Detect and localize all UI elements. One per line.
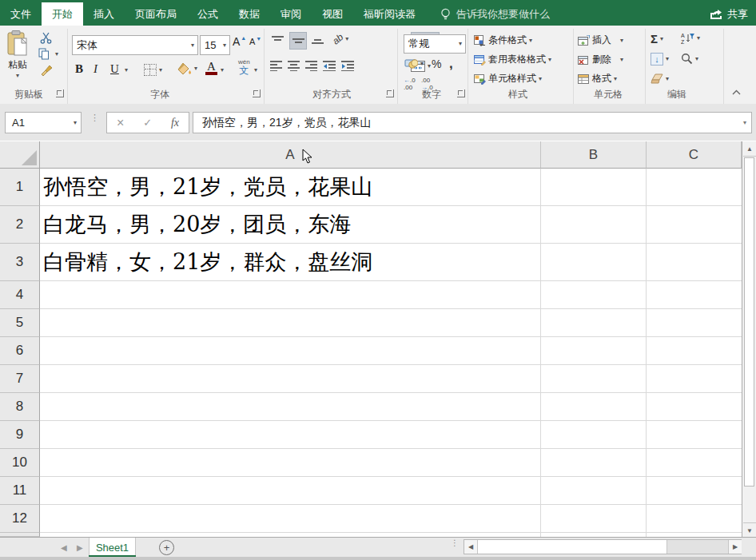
autosum-button[interactable]: Σ ▾ bbox=[651, 32, 663, 46]
format-cells-button[interactable]: 格式 ▾ bbox=[578, 72, 617, 85]
scroll-right-button[interactable]: ▶ bbox=[728, 540, 742, 554]
underline-dropdown-icon[interactable]: ▾ bbox=[125, 67, 128, 73]
empty-row[interactable] bbox=[40, 365, 742, 393]
insert-cells-button[interactable]: 插入 ▾ bbox=[578, 34, 623, 47]
vertical-scrollbar[interactable]: ▲ ▼ bbox=[742, 141, 756, 537]
row-header[interactable]: 9 bbox=[0, 421, 40, 449]
sort-filter-button[interactable]: AZ ▾ bbox=[681, 32, 700, 45]
row-header[interactable]: 5 bbox=[0, 309, 40, 337]
column-header-b[interactable]: B bbox=[541, 141, 647, 169]
find-select-button[interactable]: ▾ bbox=[681, 53, 698, 65]
tell-me-box[interactable]: 告诉我你想要做什么 bbox=[440, 2, 550, 26]
empty-row[interactable] bbox=[40, 505, 742, 533]
row-header[interactable]: 11 bbox=[0, 477, 40, 505]
row-header[interactable]: 3 bbox=[0, 244, 40, 281]
font-color-dropdown-icon[interactable]: ▾ bbox=[221, 67, 224, 73]
clear-button[interactable]: ▾ bbox=[651, 73, 669, 84]
empty-row[interactable] bbox=[40, 281, 742, 309]
cell-a1[interactable]: 孙悟空，男，21岁，党员，花果山 bbox=[40, 169, 742, 206]
select-all-corner[interactable] bbox=[0, 141, 40, 169]
alignment-dialog-launcher-icon[interactable] bbox=[386, 89, 394, 97]
font-name-combo[interactable]: 宋体 ▾ bbox=[72, 35, 198, 55]
borders-button[interactable]: ▾ bbox=[144, 64, 162, 76]
row-header[interactable]: 1 bbox=[0, 169, 40, 206]
number-format-combo[interactable]: 常规 ▾ bbox=[404, 34, 466, 54]
align-left-button[interactable] bbox=[270, 61, 282, 71]
tab-file[interactable]: 文件 bbox=[0, 2, 42, 26]
vertical-scroll-thumb[interactable] bbox=[744, 157, 754, 487]
horizontal-scroll-thumb[interactable] bbox=[478, 540, 667, 554]
center-button[interactable] bbox=[288, 61, 300, 71]
cancel-icon[interactable]: × bbox=[117, 116, 124, 130]
tab-data[interactable]: 数据 bbox=[229, 2, 270, 26]
cell-a2[interactable]: 白龙马，男，20岁，团员，东海 bbox=[40, 206, 742, 244]
format-as-table-button[interactable]: 套用表格格式 ▾ bbox=[474, 53, 551, 66]
font-color-button[interactable]: A bbox=[205, 61, 217, 75]
formula-input[interactable]: 孙悟空，男，21岁，党员，花果山 ▾ bbox=[193, 112, 752, 133]
sheet-nav-prev-icon[interactable]: ◀ bbox=[61, 543, 67, 552]
tab-insert[interactable]: 插入 bbox=[83, 2, 125, 26]
empty-row[interactable] bbox=[40, 421, 742, 449]
top-align-button[interactable] bbox=[272, 35, 284, 46]
scroll-up-button[interactable]: ▲ bbox=[743, 141, 756, 157]
share-button[interactable]: 共享 bbox=[710, 2, 748, 26]
formula-bar-splitter[interactable]: ⋮ bbox=[90, 115, 99, 120]
empty-row[interactable] bbox=[40, 477, 742, 505]
format-painter-button[interactable] bbox=[40, 64, 53, 76]
underline-button[interactable]: U bbox=[110, 62, 119, 76]
align-right-button[interactable] bbox=[305, 61, 317, 71]
column-header-a[interactable]: A bbox=[40, 141, 541, 169]
row-header[interactable]: 2 bbox=[0, 206, 40, 244]
sheet-nav-next-icon[interactable]: ▶ bbox=[77, 543, 83, 552]
cut-button[interactable] bbox=[40, 32, 52, 44]
phonetic-guide-button[interactable]: wén 文 bbox=[238, 59, 250, 76]
clipboard-dialog-launcher-icon[interactable] bbox=[56, 89, 64, 97]
cell-a3[interactable]: 白骨精，女，21岁，群众，盘丝洞 bbox=[40, 244, 742, 281]
sheet-tab-sheet1[interactable]: Sheet1 bbox=[89, 538, 136, 557]
orientation-button[interactable]: ab ▾ bbox=[332, 34, 348, 45]
column-header-c[interactable]: C bbox=[647, 141, 742, 169]
italic-button[interactable]: I bbox=[94, 62, 97, 76]
tab-page-layout[interactable]: 页面布局 bbox=[125, 2, 187, 26]
decrease-font-size-button[interactable]: A ▼ bbox=[249, 37, 263, 46]
name-box[interactable]: A1 ▾ bbox=[5, 112, 82, 133]
name-box-dropdown-icon[interactable]: ▾ bbox=[74, 120, 81, 126]
bold-button[interactable]: B bbox=[75, 62, 83, 76]
phonetic-dropdown-icon[interactable]: ▾ bbox=[254, 67, 257, 73]
number-dialog-launcher-icon[interactable] bbox=[457, 89, 465, 97]
fill-button[interactable]: ↓ ▾ bbox=[651, 53, 669, 66]
accounting-format-button[interactable]: ▾ bbox=[404, 58, 424, 70]
row-header[interactable]: 10 bbox=[0, 449, 40, 477]
row-header[interactable]: 4 bbox=[0, 281, 40, 309]
row-header[interactable]: 6 bbox=[0, 337, 40, 365]
scroll-down-button[interactable]: ▼ bbox=[743, 522, 756, 538]
enter-icon[interactable]: ✓ bbox=[143, 117, 152, 129]
font-dialog-launcher-icon[interactable] bbox=[253, 89, 261, 97]
collapse-ribbon-button[interactable] bbox=[732, 89, 741, 95]
tab-home[interactable]: 开始 bbox=[42, 2, 83, 26]
conditional-formatting-button[interactable]: 条件格式 ▾ bbox=[474, 34, 532, 47]
copy-button[interactable]: ▾ bbox=[38, 48, 58, 60]
tab-view[interactable]: 视图 bbox=[312, 2, 353, 26]
scroll-left-button[interactable]: ◀ bbox=[464, 540, 478, 554]
paste-button[interactable]: 粘贴 ▾ bbox=[6, 30, 29, 79]
tab-scrollbar-splitter[interactable]: ⋮ bbox=[451, 541, 459, 545]
tab-review[interactable]: 审阅 bbox=[270, 2, 312, 26]
row-header[interactable]: 7 bbox=[0, 365, 40, 393]
empty-row[interactable] bbox=[40, 393, 742, 421]
percent-style-button[interactable]: % bbox=[432, 58, 441, 70]
empty-row[interactable] bbox=[40, 309, 742, 337]
cell-styles-button[interactable]: 单元格样式 ▾ bbox=[474, 72, 542, 85]
middle-align-button[interactable] bbox=[289, 32, 307, 50]
tab-formulas[interactable]: 公式 bbox=[187, 2, 229, 26]
tab-foxit-reader[interactable]: 福昕阅读器 bbox=[353, 2, 426, 26]
delete-cells-button[interactable]: 删除 ▾ bbox=[578, 53, 623, 66]
insert-function-icon[interactable]: fx bbox=[171, 117, 179, 129]
bottom-align-button[interactable] bbox=[312, 35, 324, 46]
font-size-combo[interactable]: 15 ▾ bbox=[200, 35, 230, 55]
formula-bar-expand-icon[interactable]: ▾ bbox=[743, 120, 751, 126]
increase-font-size-button[interactable]: A ▲ bbox=[233, 35, 248, 48]
comma-style-button[interactable]: , bbox=[449, 56, 453, 72]
horizontal-scrollbar[interactable]: ◀ ▶ bbox=[464, 539, 742, 554]
row-header[interactable]: 8 bbox=[0, 393, 40, 421]
